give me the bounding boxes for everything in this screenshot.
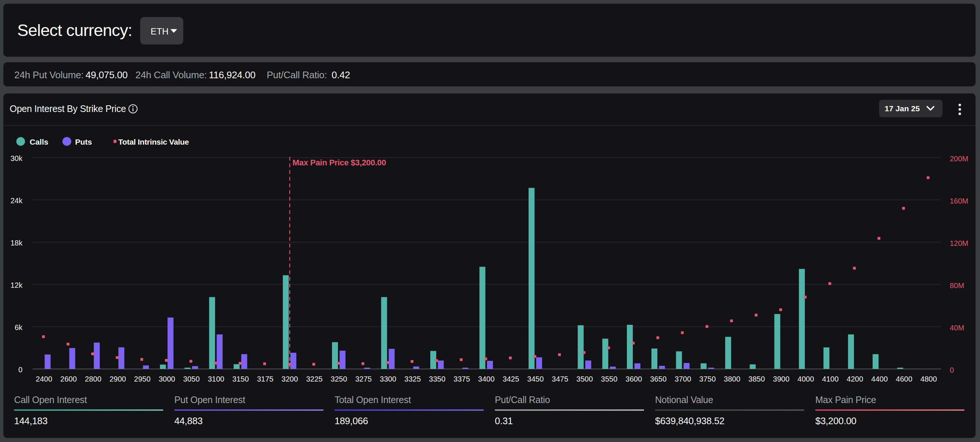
svg-text:2400: 2400 [36,375,52,383]
svg-text:3550: 3550 [601,375,617,383]
svg-text:3275: 3275 [355,375,372,383]
svg-text:3475: 3475 [552,375,569,383]
svg-text:6k: 6k [14,323,22,332]
svg-text:2900: 2900 [110,375,126,383]
svg-text:3100: 3100 [208,375,224,383]
svg-text:189,066: 189,066 [334,416,368,426]
svg-text:3425: 3425 [503,375,519,383]
svg-text:3300: 3300 [380,375,396,383]
svg-text:3800: 3800 [724,375,740,383]
svg-text:200M: 200M [950,155,969,163]
svg-text:3050: 3050 [183,375,200,383]
svg-text:Max Pain Price: Max Pain Price [815,394,876,405]
svg-text:ETH: ETH [151,26,169,37]
svg-text:2600: 2600 [60,375,77,383]
svg-text:Total Open Interest: Total Open Interest [334,394,411,405]
svg-text:44,883: 44,883 [174,416,202,426]
svg-text:3350: 3350 [429,375,445,383]
svg-text:Max Pain Price $3,200.00: Max Pain Price $3,200.00 [293,158,386,167]
svg-text:0.42: 0.42 [332,69,350,81]
svg-text:4400: 4400 [871,375,888,383]
svg-text:3150: 3150 [232,375,249,383]
svg-text:4800: 4800 [920,375,937,383]
svg-text:Open Interest By Strike Price: Open Interest By Strike Price [10,103,126,114]
svg-text:3750: 3750 [699,375,716,383]
svg-text:24h Put Volume:: 24h Put Volume: [14,69,84,81]
svg-text:Select currency:: Select currency: [18,21,132,40]
svg-text:30k: 30k [10,154,22,162]
svg-text:Total Intrinsic Value: Total Intrinsic Value [118,138,189,146]
svg-text:160M: 160M [950,197,969,205]
svg-text:49,075.00: 49,075.00 [86,69,127,81]
svg-text:0.31: 0.31 [495,416,512,426]
svg-text:Put Open Interest: Put Open Interest [174,394,245,405]
svg-text:24h Call Volume:: 24h Call Volume: [135,69,207,81]
svg-text:3000: 3000 [159,375,175,383]
svg-text:$3,200.00: $3,200.00 [815,416,856,426]
svg-text:3250: 3250 [331,375,347,383]
svg-text:3650: 3650 [650,375,667,383]
svg-text:Put/Call Ratio:: Put/Call Ratio: [267,69,327,81]
svg-text:3900: 3900 [773,375,790,383]
svg-text:3850: 3850 [749,375,765,383]
svg-text:Notional Value: Notional Value [655,394,713,405]
svg-text:0: 0 [18,366,22,374]
svg-text:3200: 3200 [282,375,298,383]
svg-text:2800: 2800 [85,375,102,383]
svg-text:3375: 3375 [453,375,470,383]
svg-text:18k: 18k [10,239,22,247]
svg-text:2950: 2950 [134,375,151,383]
svg-text:$639,840,938.52: $639,840,938.52 [655,416,724,426]
svg-text:3400: 3400 [478,375,495,383]
svg-text:80M: 80M [950,281,964,289]
svg-text:3175: 3175 [257,375,274,383]
svg-text:Call Open Interest: Call Open Interest [14,394,87,405]
svg-text:40M: 40M [950,324,964,332]
svg-text:3700: 3700 [675,375,691,383]
svg-text:17 Jan 25: 17 Jan 25 [885,104,920,113]
svg-text:12k: 12k [10,281,22,289]
svg-text:3600: 3600 [625,375,642,383]
svg-text:3225: 3225 [306,375,323,383]
svg-text:4000: 4000 [797,375,814,383]
svg-text:120M: 120M [950,239,969,247]
svg-text:Calls: Calls [30,138,48,146]
svg-text:24k: 24k [10,197,22,205]
svg-text:Puts: Puts [75,138,92,146]
svg-text:0: 0 [950,366,954,374]
svg-text:144,183: 144,183 [14,416,48,426]
svg-text:3325: 3325 [404,375,421,383]
svg-text:4600: 4600 [896,375,913,383]
svg-text:3450: 3450 [527,375,544,383]
svg-text:116,924.00: 116,924.00 [209,69,256,81]
svg-text:Put/Call Ratio: Put/Call Ratio [495,394,550,405]
svg-text:4200: 4200 [847,375,864,383]
svg-text:3500: 3500 [576,375,593,383]
svg-text:4100: 4100 [822,375,839,383]
